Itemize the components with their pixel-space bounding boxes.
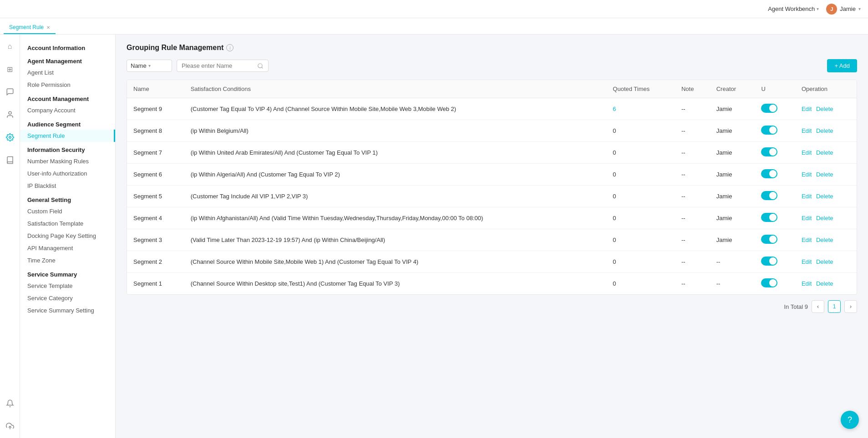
book-icon[interactable] — [3, 153, 17, 167]
cell-creator: Jamie — [710, 229, 755, 251]
sidebar-item-custom-field[interactable]: Custom Field — [20, 205, 115, 217]
delete-button[interactable]: Delete — [816, 171, 833, 178]
sidebar-item-role-permission[interactable]: Role Permission — [20, 79, 115, 91]
sidebar-item-api-management[interactable]: API Management — [20, 242, 115, 254]
col-u: U — [755, 80, 795, 98]
upload-icon[interactable] — [3, 419, 17, 433]
toggle-track[interactable] — [761, 213, 777, 222]
toggle-track[interactable] — [761, 278, 777, 287]
sidebar-item-service-summary-setting[interactable]: Service Summary Setting — [20, 304, 115, 317]
page-1-button[interactable]: 1 — [828, 300, 841, 313]
cell-note: -- — [675, 229, 710, 251]
sidebar-item-agent-list[interactable]: Agent List — [20, 66, 115, 79]
tab-segment-rule[interactable]: Segment Rule ✕ — [4, 21, 56, 34]
sidebar-item-time-zone[interactable]: Time Zone — [20, 254, 115, 267]
edit-button[interactable]: Edit — [802, 237, 812, 243]
toggle-switch[interactable] — [761, 278, 777, 287]
toggle-switch[interactable] — [761, 235, 777, 244]
person-icon[interactable] — [3, 107, 17, 122]
filter-select-chevron: ▾ — [148, 63, 151, 68]
toggle-track[interactable] — [761, 191, 777, 200]
add-button[interactable]: + Add — [827, 59, 857, 72]
toggle-switch[interactable] — [761, 126, 777, 135]
delete-button[interactable]: Delete — [816, 237, 833, 243]
filter-select-label: Name — [131, 62, 147, 69]
svg-line-4 — [262, 67, 263, 68]
cell-operation: Edit Delete — [795, 98, 857, 120]
quoted-times-link[interactable]: 6 — [613, 106, 616, 112]
cell-conditions: (ip Within Belgium/All) — [184, 120, 607, 142]
edit-button[interactable]: Edit — [802, 149, 812, 156]
delete-button[interactable]: Delete — [816, 258, 833, 265]
quoted-times-value: 0 — [613, 149, 616, 156]
delete-button[interactable]: Delete — [816, 215, 833, 222]
page-prev-button[interactable]: ‹ — [812, 300, 824, 313]
sidebar-item-company-account[interactable]: Company Account — [20, 104, 115, 116]
toggle-switch[interactable] — [761, 191, 777, 200]
sidebar-item-service-template[interactable]: Service Template — [20, 280, 115, 292]
cell-note: -- — [675, 251, 710, 273]
toggle-track[interactable] — [761, 257, 777, 266]
search-input[interactable] — [182, 62, 254, 69]
toggle-track[interactable] — [761, 147, 777, 156]
cell-name: Segment 4 — [127, 207, 184, 229]
delete-button[interactable]: Delete — [816, 149, 833, 156]
delete-button[interactable]: Delete — [816, 106, 833, 112]
chat-icon[interactable] — [3, 85, 17, 99]
tab-close-icon[interactable]: ✕ — [46, 25, 50, 30]
filter-select[interactable]: Name ▾ — [127, 60, 172, 72]
search-icon — [257, 63, 264, 69]
gear-icon[interactable] — [3, 130, 17, 145]
toggle-switch[interactable] — [761, 147, 777, 156]
toggle-thumb — [769, 257, 777, 265]
toggle-switch[interactable] — [761, 169, 777, 178]
edit-button[interactable]: Edit — [802, 258, 812, 265]
home-icon[interactable]: ⌂ — [3, 39, 17, 54]
toggle-track[interactable] — [761, 104, 777, 113]
icon-sidebar: ⌂ ⊞ — [0, 35, 20, 438]
sidebar-item-ip-blacklist[interactable]: IP Blacklist — [20, 180, 115, 192]
cell-quoted-times: 6 — [606, 98, 675, 120]
cell-conditions: (Customer Tag Include All VIP 1,VIP 2,VI… — [184, 186, 607, 207]
cell-name: Segment 8 — [127, 120, 184, 142]
cell-quoted-times: 0 — [606, 186, 675, 207]
user-menu[interactable]: J Jamie ▾ — [826, 4, 861, 15]
toggle-switch[interactable] — [761, 213, 777, 222]
toggle-track[interactable] — [761, 126, 777, 135]
toggle-track[interactable] — [761, 235, 777, 244]
sidebar-item-segment-rule[interactable]: Segment Rule — [20, 130, 115, 142]
bell-icon[interactable] — [3, 396, 17, 411]
toggle-thumb — [769, 192, 777, 199]
edit-button[interactable]: Edit — [802, 215, 812, 222]
edit-button[interactable]: Edit — [802, 106, 812, 112]
sidebar-item-satisfaction-template[interactable]: Satisfaction Template — [20, 217, 115, 230]
filter-row: Name ▾ + Add — [127, 59, 857, 72]
toggle-switch[interactable] — [761, 104, 777, 113]
delete-button[interactable]: Delete — [816, 193, 833, 200]
page-next-button[interactable]: › — [844, 300, 857, 313]
nav-section-general-setting: General Setting — [20, 192, 115, 205]
edit-button[interactable]: Edit — [802, 171, 812, 178]
edit-button[interactable]: Edit — [802, 280, 812, 287]
sidebar-item-docking-page[interactable]: Docking Page Key Setting — [20, 230, 115, 242]
cell-operation: Edit Delete — [795, 273, 857, 295]
edit-button[interactable]: Edit — [802, 127, 812, 134]
svg-point-0 — [9, 111, 11, 114]
col-creator: Creator — [710, 80, 755, 98]
nav-sidebar: Account Information Agent Management Age… — [20, 35, 116, 438]
grid-icon[interactable]: ⊞ — [3, 62, 17, 76]
toggle-track[interactable] — [761, 169, 777, 178]
sidebar-item-number-masking[interactable]: Number Masking Rules — [20, 155, 115, 167]
toggle-switch[interactable] — [761, 257, 777, 266]
agent-workbench-menu[interactable]: Agent Workbench ▾ — [768, 5, 819, 12]
sidebar-item-user-info-auth[interactable]: User-info Authorization — [20, 167, 115, 180]
delete-button[interactable]: Delete — [816, 127, 833, 134]
sidebar-item-service-category[interactable]: Service Category — [20, 292, 115, 304]
help-button[interactable]: ? — [841, 411, 859, 429]
filter-input-wrap — [177, 60, 269, 72]
toggle-thumb — [769, 236, 777, 243]
delete-button[interactable]: Delete — [816, 280, 833, 287]
edit-button[interactable]: Edit — [802, 193, 812, 200]
info-icon[interactable]: i — [226, 44, 233, 51]
cell-quoted-times: 0 — [606, 251, 675, 273]
